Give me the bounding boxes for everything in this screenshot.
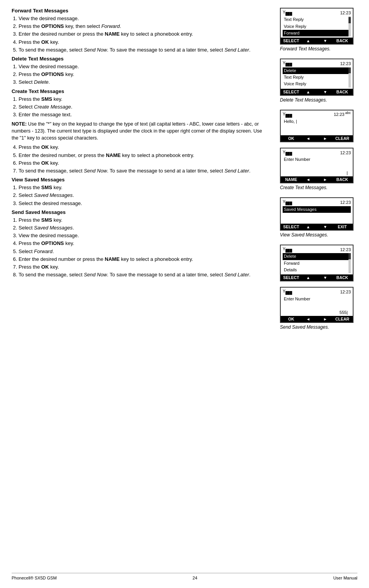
softkey-left[interactable]: ◄: [300, 177, 317, 182]
section-view-saved: View Saved Messages Press the SMS key. S…: [12, 177, 268, 207]
softkey-ok[interactable]: OK: [283, 136, 300, 141]
number-value: 555|: [283, 310, 351, 315]
menu-item: Voice Reply: [283, 23, 351, 30]
softkey-exit[interactable]: EXIT: [334, 224, 351, 229]
softkey-down[interactable]: ▼: [317, 90, 334, 94]
step: Press the OPTIONS key, then select Forwa…: [19, 23, 268, 30]
scroll-bar: [348, 253, 351, 273]
signal-icon: Y███: [283, 60, 292, 66]
softkey-select[interactable]: SELECT: [283, 275, 300, 280]
step: Enter the desired number or press the NA…: [19, 256, 268, 263]
softkey-up[interactable]: ▲: [300, 38, 317, 43]
screen-saved: Y███ 12:23 Saved Messages SELECT ▲ ▼ EXI…: [280, 197, 357, 241]
caption-saved: View Saved Messages.: [280, 232, 357, 238]
section-create: Create Text Messages Press the SMS key. …: [12, 88, 268, 175]
phone-screen-saved: Y███ 12:23 Saved Messages SELECT ▲ ▼ EXI…: [280, 197, 354, 231]
softkey-bar-send-saved2: OK ◄ ► CLEAR: [281, 316, 353, 322]
number-input-area: [283, 163, 351, 171]
softkey-right[interactable]: ►: [317, 177, 334, 182]
softkey-select[interactable]: SELECT: [283, 90, 300, 94]
softkey-up[interactable]: ▲: [300, 90, 317, 94]
step: Press the OK key.: [19, 160, 268, 167]
step: Enter the message text.: [19, 111, 268, 118]
phone-screen-send-saved2: Y███ 12:23 Enter Number 555| OK ◄ ► CLEA…: [280, 287, 354, 323]
menu-item: Text Reply: [283, 74, 351, 81]
caption-create: Create Text Messages.: [280, 185, 357, 190]
menu-item-selected: Delete: [283, 67, 351, 74]
step: Enter the desired number, or press the N…: [19, 152, 268, 159]
step: Enter the desired number or press the NA…: [19, 31, 268, 38]
softkey-select[interactable]: SELECT: [283, 38, 300, 43]
softkey-back[interactable]: BACK: [334, 275, 351, 280]
softkey-ok[interactable]: OK: [283, 317, 300, 321]
softkey-bar-saved: SELECT ▲ ▼ EXIT: [281, 224, 353, 230]
softkey-clear[interactable]: CLEAR: [334, 136, 351, 141]
menu-item: Details: [283, 267, 351, 273]
softkey-down[interactable]: ▼: [317, 275, 334, 280]
menu-item: Voice Reply: [283, 81, 351, 87]
softkey-down[interactable]: ▼: [317, 38, 334, 43]
status-bar-create2: Y███ 12:23: [283, 150, 351, 155]
screen-create1: Y███ 12:23 abc Hello, | OK ◄ ►: [280, 110, 357, 144]
signal-icon: Y███: [283, 199, 292, 205]
softkey-up[interactable]: ▲: [300, 224, 317, 229]
step: Select Forward.: [19, 248, 268, 255]
softkey-select[interactable]: SELECT: [283, 224, 300, 229]
enter-number-label2: Enter Number: [283, 296, 351, 302]
softkey-right[interactable]: ►: [317, 136, 334, 141]
left-column: Forward Text Messages View the desired m…: [12, 8, 272, 561]
steps-create2: Press the OK key. Enter the desired numb…: [19, 144, 268, 174]
page: Forward Text Messages View the desired m…: [0, 0, 369, 588]
step: View the desired message.: [19, 15, 268, 22]
status-bar-send-saved1: Y███ 12:23: [283, 247, 351, 252]
signal-icon: Y███: [283, 247, 292, 252]
section-title-send-saved: Send Saved Messages: [12, 209, 268, 215]
time-saved: 12:23: [340, 200, 351, 205]
screen-body-saved: Y███ 12:23 Saved Messages: [281, 198, 353, 222]
step: Select Saved Messages.: [19, 192, 268, 199]
softkey-bar-forward: SELECT ▲ ▼ BACK: [281, 38, 353, 44]
time-delete: 12:23: [340, 61, 351, 66]
softkey-back[interactable]: BACK: [334, 38, 351, 43]
screen-forward: Y███ 12:23 Text Reply Voice Reply Forwar…: [280, 8, 357, 55]
softkey-back[interactable]: BACK: [334, 90, 351, 94]
step: Select the desired message.: [19, 200, 268, 207]
caption-send-saved: Send Saved Messages.: [280, 324, 357, 330]
screen-send-saved1: Y███ 12:23 Delete Forward Details SELECT…: [280, 245, 357, 283]
softkey-name[interactable]: NAME: [283, 177, 300, 182]
section-delete: Delete Text Messages View the desired me…: [12, 56, 268, 86]
number-input-area2: [283, 302, 351, 310]
time-create1: 12:23: [334, 112, 345, 117]
softkey-right[interactable]: ►: [317, 317, 334, 321]
screen-body-create1: Y███ 12:23 abc Hello, |: [281, 110, 353, 134]
phone-screen-send-saved1: Y███ 12:23 Delete Forward Details SELECT…: [280, 245, 354, 281]
input-text-create1: Hello, |: [283, 118, 351, 124]
status-bar-saved: Y███ 12:23: [283, 199, 351, 205]
softkey-down[interactable]: ▼: [317, 224, 334, 229]
softkey-left[interactable]: ◄: [300, 317, 317, 321]
scroll-bar: [348, 16, 351, 36]
section-title-forward: Forward Text Messages: [12, 8, 268, 14]
signal-icon: Y███: [283, 112, 292, 117]
caption-forward: Forward Text Messages.: [280, 46, 357, 52]
scroll-bar: [348, 67, 351, 88]
step: Press the OK key.: [19, 144, 268, 151]
status-bar-forward: Y███ 12:23: [283, 10, 351, 16]
note-create: NOTE: Use the "*" key on the keypad to c…: [12, 121, 268, 141]
right-column: Y███ 12:23 Text Reply Voice Reply Forwar…: [280, 8, 357, 561]
time-create2: 12:23: [340, 150, 351, 155]
softkey-bar-create2: NAME ◄ ► BACK: [281, 176, 353, 183]
screen-body-forward: Y███ 12:23 Text Reply Voice Reply Forwar…: [281, 9, 353, 36]
screen-body-send-saved2: Y███ 12:23 Enter Number 555|: [281, 288, 353, 315]
screen-body-delete: Y███ 12:23 Delete Text Reply Voice Reply: [281, 59, 353, 87]
enter-number-label: Enter Number: [283, 156, 351, 163]
softkey-left[interactable]: ◄: [300, 136, 317, 141]
section-title-delete: Delete Text Messages: [12, 56, 268, 62]
menu-items-forward: Text Reply Voice Reply Forward: [283, 16, 351, 36]
phone-screen-forward: Y███ 12:23 Text Reply Voice Reply Forwar…: [280, 8, 354, 45]
softkey-clear[interactable]: CLEAR: [334, 317, 351, 321]
softkey-up[interactable]: ▲: [300, 275, 317, 280]
section-forward: Forward Text Messages View the desired m…: [12, 8, 268, 53]
softkey-back[interactable]: BACK: [334, 177, 351, 182]
step: View the desired message.: [19, 63, 268, 70]
